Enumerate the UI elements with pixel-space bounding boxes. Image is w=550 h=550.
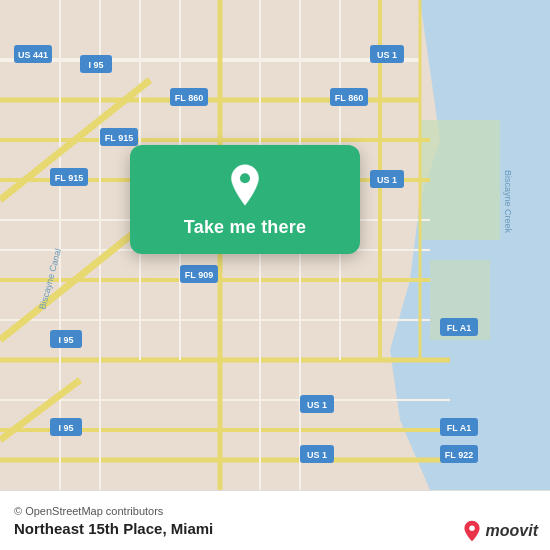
svg-text:FL 922: FL 922	[445, 450, 473, 460]
svg-text:FL A1: FL A1	[447, 423, 472, 433]
svg-text:US 1: US 1	[377, 175, 397, 185]
svg-text:US 1: US 1	[377, 50, 397, 60]
svg-point-62	[240, 173, 250, 183]
svg-text:FL 860: FL 860	[335, 93, 363, 103]
svg-text:I 95: I 95	[58, 423, 73, 433]
svg-text:US 1: US 1	[307, 450, 327, 460]
svg-text:Biscayne Creek: Biscayne Creek	[503, 170, 513, 234]
map-container: US 1 US 1 US 1 US 1 FL 860 FL 860 FL 915…	[0, 0, 550, 490]
map-attribution: © OpenStreetMap contributors	[14, 505, 536, 517]
moovit-brand-name: moovit	[486, 522, 538, 540]
svg-text:US 1: US 1	[307, 400, 327, 410]
svg-text:FL 909: FL 909	[185, 270, 213, 280]
moovit-logo: moovit	[461, 520, 538, 542]
take-me-there-button[interactable]: Take me there	[130, 145, 360, 254]
svg-text:I 95: I 95	[58, 335, 73, 345]
svg-text:FL A1: FL A1	[447, 323, 472, 333]
svg-text:US 441: US 441	[18, 50, 48, 60]
location-pin-icon	[223, 163, 267, 207]
svg-text:I 95: I 95	[88, 60, 103, 70]
moovit-pin-icon	[461, 520, 483, 542]
take-me-there-label: Take me there	[184, 217, 306, 238]
svg-text:FL 915: FL 915	[105, 133, 133, 143]
svg-point-63	[469, 526, 475, 532]
svg-text:FL 915: FL 915	[55, 173, 83, 183]
bottom-bar: © OpenStreetMap contributors Northeast 1…	[0, 490, 550, 550]
location-name: Northeast 15th Place, Miami	[14, 520, 213, 537]
svg-rect-1	[420, 120, 500, 240]
svg-text:FL 860: FL 860	[175, 93, 203, 103]
